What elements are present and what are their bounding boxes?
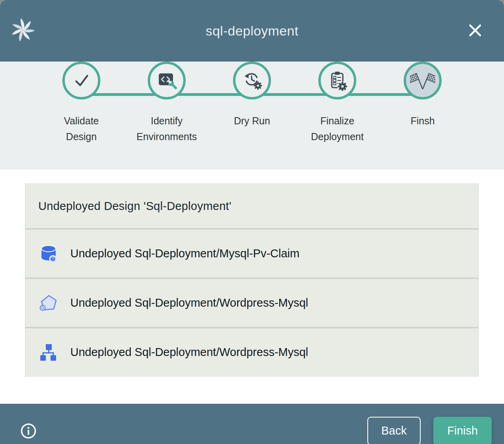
info-button[interactable] bbox=[20, 422, 37, 440]
design-status-text: Undeployed Design 'Sql-Deployment' bbox=[38, 200, 231, 213]
step-label: Finsh bbox=[410, 113, 434, 129]
step-finalize-deployment[interactable]: Finalize Deployment bbox=[295, 62, 380, 144]
step-dry-run[interactable]: Dry Run bbox=[209, 62, 295, 144]
step-circle bbox=[148, 62, 186, 99]
hierarchy-icon bbox=[38, 342, 59, 363]
step-identify-environments[interactable]: Identify Environments bbox=[124, 62, 209, 144]
step-label: Dry Run bbox=[234, 113, 270, 129]
close-button[interactable] bbox=[465, 21, 485, 40]
results-panel: Undeployed Design 'Sql-Deployment' ? Und… bbox=[25, 184, 479, 377]
step-validate-design[interactable]: Validate Design bbox=[39, 62, 124, 144]
stepper-steps: Validate Design Identify Environments bbox=[39, 62, 465, 144]
result-row: Undeployed Sql-Deployment/Wordpress-Mysq… bbox=[25, 277, 478, 327]
database-icon: ? bbox=[38, 244, 59, 264]
finish-button[interactable]: Finish bbox=[433, 417, 492, 444]
step-circle bbox=[318, 62, 356, 99]
close-icon bbox=[467, 22, 483, 38]
dry-run-icon bbox=[241, 71, 263, 90]
result-row-text: Undeployed Sql-Deployment/Wordpress-Mysq… bbox=[70, 296, 308, 309]
design-status-row: Undeployed Design 'Sql-Deployment' bbox=[25, 184, 478, 228]
result-row: Undeployed Sql-Deployment/Wordpress-Mysq… bbox=[25, 327, 478, 376]
step-circle bbox=[233, 62, 271, 99]
clipboard-gear-icon bbox=[327, 70, 348, 91]
result-row-text: Undeployed Sql-Deployment/Wordpress-Mysq… bbox=[70, 346, 308, 359]
step-circle bbox=[62, 62, 100, 99]
step-finish[interactable]: Finsh bbox=[380, 62, 465, 144]
step-circle bbox=[404, 62, 442, 99]
dialog-footer: Back Finish bbox=[0, 404, 504, 444]
step-label: Validate Design bbox=[47, 113, 115, 144]
step-label: Identify Environments bbox=[133, 113, 201, 144]
result-row: ? Undeployed Sql-Deployment/Mysql-Pv-Cla… bbox=[25, 228, 478, 277]
back-button[interactable]: Back bbox=[367, 417, 421, 444]
meshery-logo-icon bbox=[11, 18, 35, 42]
code-wrench-icon bbox=[156, 71, 177, 90]
check-icon bbox=[71, 70, 92, 91]
step-label: Finalize Deployment bbox=[303, 113, 371, 144]
pod-icon bbox=[38, 293, 59, 313]
deploy-wizard-dialog: sql-deployment Validate Design bbox=[0, 0, 504, 444]
dialog-title: sql-deployment bbox=[206, 23, 299, 39]
results-content: Undeployed Design 'Sql-Deployment' ? Und… bbox=[0, 184, 504, 404]
svg-text:?: ? bbox=[52, 257, 54, 261]
result-row-text: Undeployed Sql-Deployment/Mysql-Pv-Claim bbox=[70, 247, 299, 260]
dialog-header: sql-deployment bbox=[0, 0, 504, 62]
info-icon bbox=[20, 422, 37, 440]
stepper: Validate Design Identify Environments bbox=[0, 62, 504, 170]
checkered-flags-icon bbox=[410, 69, 435, 92]
